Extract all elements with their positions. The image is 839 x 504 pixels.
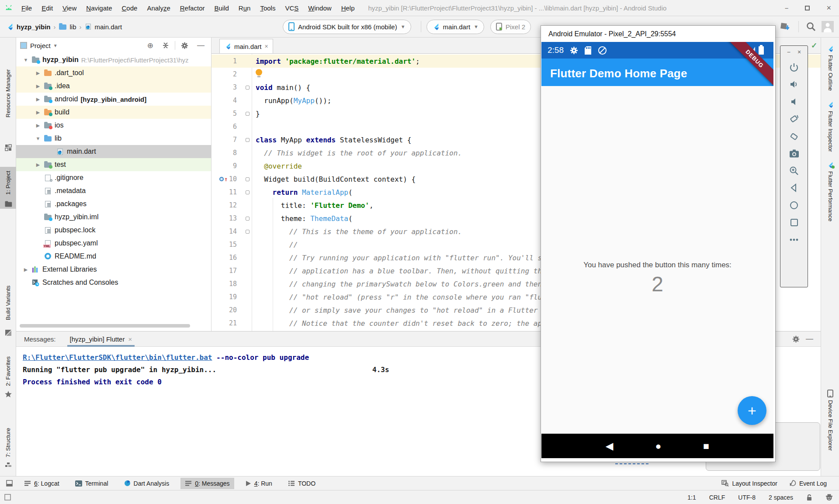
tree-collapsed-arrow-icon[interactable]: ▶: [35, 123, 42, 128]
line-number[interactable]: 17: [211, 267, 237, 275]
settings-gear-icon[interactable]: [789, 335, 803, 343]
line-number[interactable]: 6: [211, 123, 237, 131]
tree-item--gitignore[interactable]: .gitignore: [16, 171, 211, 184]
toolwindow-terminal[interactable]: Terminal: [71, 478, 113, 489]
search-everywhere-icon[interactable]: [806, 21, 816, 32]
intention-bulb-icon[interactable]: [256, 69, 262, 76]
settings-gear-icon[interactable]: [178, 42, 191, 49]
nav-back-button[interactable]: ◀: [606, 440, 614, 452]
sdk-manager-icon[interactable]: [779, 21, 790, 32]
toolwindow-todo[interactable]: TODO: [284, 478, 320, 489]
tree-item-build[interactable]: ▶build: [16, 106, 211, 119]
line-number[interactable]: 14: [211, 228, 237, 235]
tree-expanded-arrow-icon[interactable]: ▼: [22, 57, 29, 62]
menu-help[interactable]: Help: [337, 3, 359, 14]
close-window-icon[interactable]: ×: [797, 48, 801, 55]
fold-marker-icon[interactable]: [246, 217, 250, 221]
right-strip-flutter-performance[interactable]: Flutter Performance: [821, 162, 839, 235]
fold-marker-icon[interactable]: [246, 177, 250, 181]
toolwindow-4-run[interactable]: 4: Run: [241, 478, 277, 489]
rotate-left-button[interactable]: [788, 113, 800, 124]
power-button[interactable]: [788, 62, 800, 73]
fold-marker-icon[interactable]: [246, 190, 250, 194]
menu-file[interactable]: File: [17, 3, 36, 14]
minimize-window-icon[interactable]: −: [785, 4, 789, 12]
flutter-console-tab[interactable]: [hyzp_yibin] Flutter ×: [67, 331, 135, 347]
right-strip-flutter-inspector[interactable]: Flutter Inspector: [821, 101, 839, 158]
line-number[interactable]: 4: [211, 97, 237, 104]
fold-marker-icon[interactable]: [246, 86, 250, 90]
line-number[interactable]: 21: [211, 319, 237, 327]
hide-panel-icon[interactable]: —: [803, 335, 816, 343]
toolwindow-event-log[interactable]: Event Log: [790, 480, 827, 487]
status-toggle-icon[interactable]: [4, 494, 11, 501]
tree-collapsed-arrow-icon[interactable]: ▶: [35, 70, 42, 76]
line-number[interactable]: 9: [211, 162, 237, 170]
tree-collapsed-arrow-icon[interactable]: ▶: [35, 97, 42, 102]
line-separator[interactable]: CRLF: [709, 494, 725, 501]
menu-view[interactable]: View: [59, 3, 80, 14]
tree-item-android[interactable]: ▶android [hyzp_yibin_android]: [16, 93, 211, 106]
project-view-selector[interactable]: Project: [30, 42, 51, 49]
tree-item-pubspec-yaml[interactable]: YMLpubspec.yaml: [16, 237, 211, 250]
line-number[interactable]: 11: [211, 188, 237, 196]
tab-main-dart[interactable]: main.dart ×: [219, 39, 273, 53]
locate-file-icon[interactable]: ⊕: [144, 41, 156, 50]
tree-item-pubspec-lock[interactable]: pubspec.lock: [16, 224, 211, 237]
line-number[interactable]: 7: [211, 136, 237, 144]
breadcrumb-lib[interactable]: lib: [70, 23, 76, 31]
more-button[interactable]: [788, 234, 800, 245]
fold-marker-icon[interactable]: [246, 112, 250, 116]
close-tab-icon[interactable]: ×: [265, 43, 268, 50]
line-number[interactable]: 12: [211, 201, 237, 209]
tree-collapsed-arrow-icon[interactable]: ▶: [22, 267, 29, 273]
collapse-all-icon[interactable]: [159, 42, 172, 49]
menu-edit[interactable]: Edit: [38, 3, 57, 14]
menu-vcs[interactable]: VCS: [281, 3, 302, 14]
emulator-window[interactable]: Android Emulator - Pixel_2_API_29:5554 2…: [541, 25, 776, 462]
file-encoding[interactable]: UTF-8: [738, 494, 756, 501]
run-config-dropdown[interactable]: main.dart ▼: [426, 20, 484, 34]
tree-item--packages[interactable]: .packages: [16, 197, 211, 211]
tree-collapsed-arrow-icon[interactable]: ▶: [35, 162, 42, 168]
line-number[interactable]: 8: [211, 149, 237, 157]
right-strip-flutter-outline[interactable]: Flutter Outline: [821, 45, 839, 96]
close-window-icon[interactable]: ×: [826, 3, 831, 13]
tree-item-external-libraries[interactable]: ▶External Libraries: [16, 263, 211, 276]
fold-marker-icon[interactable]: [246, 230, 250, 234]
tool-window-toggle-icon[interactable]: [6, 480, 13, 487]
lock-icon[interactable]: [806, 494, 812, 501]
menu-build[interactable]: Build: [210, 3, 232, 14]
line-number[interactable]: 1: [211, 57, 237, 65]
tree-item--dart-tool[interactable]: ▶.dart_tool: [16, 66, 211, 79]
tree-item-hyzp-yibin-iml[interactable]: hyzp_yibin.iml: [16, 211, 211, 224]
line-number[interactable]: 3: [211, 83, 237, 91]
camera-button[interactable]: [788, 148, 800, 159]
close-tab-icon[interactable]: ×: [128, 335, 132, 343]
left-strip-2-favorites[interactable]: 2: Favorites: [0, 353, 16, 399]
left-strip-resource-manager[interactable]: Resource Manager: [0, 44, 16, 153]
menu-window[interactable]: Window: [304, 3, 335, 14]
back-button[interactable]: [788, 182, 800, 193]
left-strip-1-project[interactable]: 1: Project: [0, 167, 16, 209]
tree-item-test[interactable]: ▶test: [16, 158, 211, 171]
tree-item--metadata[interactable]: .metadata: [16, 184, 211, 197]
restore-window-icon[interactable]: [805, 6, 810, 10]
menu-analyze[interactable]: Analyze: [143, 3, 174, 14]
line-number[interactable]: 5: [211, 110, 237, 117]
toolwindow-layout-inspector[interactable]: Layout Inspector: [721, 480, 777, 487]
line-number[interactable]: 13: [211, 214, 237, 222]
command-link[interactable]: R:\Flutter\FlutterSDK\flutter\bin\flutte…: [23, 353, 212, 362]
override-marker-icon[interactable]: ↑: [219, 176, 228, 183]
line-number[interactable]: 15: [211, 241, 237, 249]
tree-collapsed-arrow-icon[interactable]: ▶: [35, 110, 42, 115]
rotate-right-button[interactable]: [788, 131, 800, 142]
menu-run[interactable]: Run: [235, 3, 255, 14]
left-strip-build-variants[interactable]: Build Variants: [0, 277, 16, 338]
indent-style[interactable]: 2 spaces: [769, 494, 793, 501]
fold-marker-icon[interactable]: [246, 138, 250, 142]
tree-item--idea[interactable]: ▶.idea: [16, 79, 211, 93]
toolwindow-0-messages[interactable]: 0: Messages: [180, 478, 234, 489]
emulator-title-bar[interactable]: Android Emulator - Pixel_2_API_29:5554: [541, 26, 775, 42]
home-button[interactable]: [788, 200, 800, 211]
